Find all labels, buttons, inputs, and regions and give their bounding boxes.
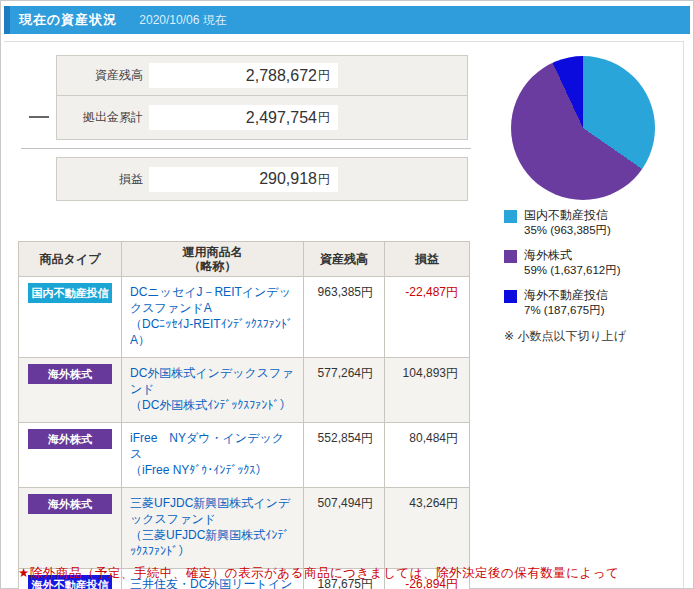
pie-legend: 国内不動産投信 35% (963,385円) 海外株式 59% (1,637,6… [504,208,679,345]
table-row: 国内不動産投信 DCニッセイJ－REITインデックスファンドA （DCﾆｯｾｲJ… [19,277,470,358]
legend-swatch-domestic-reit [504,210,517,223]
legend-item-domestic-reit: 国内不動産投信 35% (963,385円) [504,208,679,238]
legend-detail: 7% (187,675円) [524,304,605,316]
col-header-profit-loss: 損益 [385,242,470,277]
profit-loss-label: 損益 [65,171,143,188]
col-header-product-name: 運用商品名 （略称） [122,242,304,277]
product-abbr: （iFree NYﾀﾞｳ･ｲﾝﾃﾞｯｸｽ） [130,463,267,477]
as-of-date: 2020/10/06 現在 [139,12,226,29]
legend-label: 海外株式 [524,248,572,262]
legend-item-foreign-equity: 海外株式 59% (1,637,612円) [504,248,679,278]
product-type-badge: 海外株式 [28,364,112,384]
product-name-link[interactable]: iFree NYダウ・インデックス [130,431,284,461]
summary-row-balance: 資産残高 2,788,672 円 [56,55,468,96]
contributions-label: 拠出金累計 [65,109,143,126]
product-name-link[interactable]: DCニッセイJ－REITインデックスファンドA [130,285,291,315]
product-name-link[interactable]: 三菱UFJDC新興国株式インデックスファンド [130,496,290,526]
profit-loss-cell: 43,264円 [385,488,470,569]
profit-loss-cell: 104,893円 [385,358,470,423]
profit-loss-cell: -22,487円 [385,277,470,358]
contributions-value: 2,497,754 [246,109,317,127]
footer-note: ★除外商品（予定、手続中、確定）の表示がある商品につきましては、除外決定後の保有… [18,565,678,582]
legend-detail: 59% (1,637,612円) [524,264,621,276]
table-header-row: 商品タイプ 運用商品名 （略称） 資産残高 損益 [19,242,470,277]
balance-cell: 963,385円 [304,277,385,358]
contributions-unit: 円 [318,109,330,126]
table-row: 海外株式 DC外国株式インデックスファンド （DC外国株式ｲﾝﾃﾞｯｸｽﾌｧﾝﾄ… [19,358,470,423]
minus-operator [29,116,49,118]
contributions-value-box: 2,497,754 円 [149,105,338,130]
legend-swatch-foreign-reit [504,290,517,303]
product-abbr: （DC外国株式ｲﾝﾃﾞｯｸｽﾌｧﾝﾄﾞ） [130,398,291,412]
balance-value: 2,788,672 [246,67,317,85]
legend-detail: 35% (963,385円) [524,224,611,236]
formula-divider [21,148,471,149]
profit-loss-value-box: 290,918 円 [149,167,338,192]
table-row: 海外株式 三菱UFJDC新興国株式インデックスファンド （三菱UFJDC新興国株… [19,488,470,569]
col-header-product-type: 商品タイプ [19,242,122,277]
balance-value-box: 2,788,672 円 [149,63,338,88]
legend-item-foreign-reit: 海外不動産投信 7% (187,675円) [504,288,679,318]
legend-swatch-foreign-equity [504,250,517,263]
table-row: 海外株式 iFree NYダウ・インデックス （iFree NYﾀﾞｳ･ｲﾝﾃﾞ… [19,423,470,488]
balance-label: 資産残高 [65,67,143,84]
holdings-table: 商品タイプ 運用商品名 （略称） 資産残高 損益 国内不動産投信 DCニッセイJ… [18,241,469,589]
asset-status-panel: 現在の資産状況 2020/10/06 現在 資産残高 2,788,672 円 拠… [0,0,694,589]
profit-loss-unit: 円 [318,171,330,188]
product-name-link[interactable]: DC外国株式インデックスファンド [130,366,294,396]
asset-pie-chart [511,56,655,200]
col-header-balance: 資産残高 [304,242,385,277]
summary-row-profit-loss: 損益 290,918 円 [56,157,468,201]
rounding-note: ※ 小数点以下切り上げ [504,328,679,345]
balance-cell: 552,854円 [304,423,385,488]
summary-row-contributions: 拠出金累計 2,497,754 円 [56,95,468,140]
balance-unit: 円 [318,67,330,84]
profit-loss-value: 290,918 [259,170,317,188]
profit-loss-cell: 80,484円 [385,423,470,488]
balance-cell: 507,494円 [304,488,385,569]
product-abbr: （DCﾆｯｾｲJ-REITｲﾝﾃﾞｯｸｽﾌｧﾝﾄﾞA） [130,317,293,347]
page-title: 現在の資産状況 [19,11,117,29]
product-type-badge: 海外株式 [28,494,112,514]
legend-label: 海外不動産投信 [524,288,608,302]
balance-cell: 577,264円 [304,358,385,423]
product-type-badge: 国内不動産投信 [28,283,112,303]
product-type-badge: 海外株式 [28,429,112,449]
legend-label: 国内不動産投信 [524,208,608,222]
section-header: 現在の資産状況 2020/10/06 現在 [4,6,690,34]
product-abbr: （三菱UFJDC新興国株式ｲﾝﾃﾞｯｸｽﾌｧﾝﾄﾞ） [130,528,289,558]
